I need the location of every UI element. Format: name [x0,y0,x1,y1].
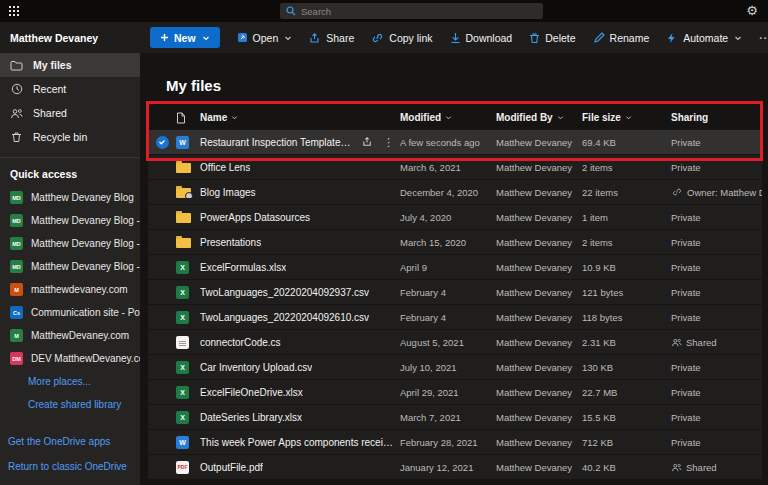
table-row[interactable]: ExcelFileOneDrive.xlsx ⋮ April 29, 2021 … [148,380,762,404]
create-shared-library-link[interactable]: Create shared library [0,393,140,416]
file-name[interactable]: DateSeries Library.xlsx [200,412,302,423]
file-type-column-icon[interactable] [176,112,200,124]
quick-access-item[interactable]: DM DEV MatthewDevaney.com [0,347,140,370]
quick-access-item[interactable]: Cs Communication site - Po... [0,301,140,324]
modified-by: Matthew Devaney [496,437,582,448]
file-name[interactable]: TwoLanguages_20220204092937.csv [200,287,369,298]
open-button[interactable]: Open [237,32,293,44]
file-name[interactable]: ExcelFileOneDrive.xlsx [200,387,303,398]
sidebar-item-recent[interactable]: Recent [0,77,140,101]
sharing-status[interactable]: Private [671,137,762,148]
quick-access-item[interactable]: M MatthewDevaney.com [0,324,140,347]
quick-access-label: matthewdevaney.com [31,284,128,295]
share-button[interactable]: Share [309,32,354,44]
sharing-status[interactable]: Private [671,262,762,273]
table-row[interactable]: connectorCode.cs ⋮ August 5, 2021 Matthe… [148,330,762,354]
search-input[interactable] [301,6,537,17]
table-row[interactable]: Restaurant Inspection Template.docx ⋮ A … [148,130,762,154]
table-row[interactable]: Car Inventory Upload.csv ⋮ July 10, 2021… [148,355,762,379]
modified-by: Matthew Devaney [496,462,582,473]
plus-icon [160,32,169,44]
table-row[interactable]: OutputFile.pdf ⋮ January 12, 2021 Matthe… [148,455,762,479]
new-button[interactable]: New [150,27,220,48]
file-name[interactable]: TwoLanguages_20220204092610.csv [200,312,369,323]
quick-access-item[interactable]: MD Matthew Devaney Blog - ... [0,232,140,255]
table-row[interactable]: DateSeries Library.xlsx ⋮ March 7, 2021 … [148,405,762,429]
row-selected-checkbox[interactable] [156,136,169,149]
column-header-sharing[interactable]: Sharing [671,112,762,123]
sidebar-item-shared[interactable]: Shared [0,101,140,125]
return-classic-link[interactable]: Return to classic OneDrive [8,454,127,479]
sharing-status[interactable]: Private [671,212,762,223]
sharing-status[interactable]: Private [671,437,762,448]
table-row[interactable]: Office Lens ⋮ March 6, 2021 Matthew Deva… [148,155,762,179]
column-header-file-size[interactable]: File size [582,112,671,123]
file-type-icon [176,411,189,424]
table-row[interactable]: TwoLanguages_20220204092610.csv ⋮ Februa… [148,305,762,329]
sharing-status[interactable]: Private [671,362,762,373]
site-tile-icon: MD [10,214,23,227]
table-row[interactable]: PowerApps Datasources ⋮ July 4, 2020 Mat… [148,205,762,229]
modified-by: Matthew Devaney [496,137,582,148]
file-size: 22.7 MB [582,387,671,398]
file-name[interactable]: Car Inventory Upload.csv [200,362,312,373]
more-places-link[interactable]: More places... [0,370,140,393]
file-name[interactable]: Office Lens [200,162,250,173]
sidebar-item-recycle-bin[interactable]: Recycle bin [0,125,140,149]
quick-access-item[interactable]: MD Matthew Devaney Blog - ... [0,255,140,278]
copy-link-button[interactable]: Copy link [371,32,432,44]
column-header-modified-by[interactable]: Modified By [496,112,582,123]
sharing-status[interactable]: Owner: Matthew Devan... [671,187,762,198]
file-type-icon [176,386,189,399]
table-row[interactable]: ExcelFormulas.xlsx ⋮ April 9 Matthew Dev… [148,255,762,279]
download-button[interactable]: Download [450,32,513,44]
column-header-modified[interactable]: Modified [400,112,496,123]
row-more-options-icon[interactable]: ⋮ [383,136,394,149]
quick-access-label: Matthew Devaney Blog [31,192,134,203]
shared-people-icon [671,463,682,472]
file-name[interactable]: This week Power Apps components received… [200,437,394,448]
get-onedrive-apps-link[interactable]: Get the OneDrive apps [8,429,127,454]
quick-access-item[interactable]: MD Matthew Devaney Blog - ... [0,209,140,232]
sharing-status[interactable]: Private [671,387,762,398]
file-name[interactable]: OutputFile.pdf [200,462,263,473]
quick-access-item[interactable]: M matthewdevaney.com [0,278,140,301]
file-name[interactable]: PowerApps Datasources [200,212,310,223]
rename-icon [593,32,605,44]
sidebar-item-my-files[interactable]: My files [0,53,140,77]
table-row[interactable]: Blog Images ⋮ December 4, 2020 Matthew D… [148,180,762,204]
delete-button[interactable]: Delete [529,32,575,44]
file-type-icon [176,261,189,274]
sharing-status[interactable]: Shared [671,462,762,473]
shared-people-icon [671,338,682,347]
waffle-app-launcher-icon[interactable] [9,6,19,16]
gear-icon[interactable]: ⚙ [746,1,758,21]
quick-access-item[interactable]: MD Matthew Devaney Blog [0,186,140,209]
sharing-status[interactable]: Private [671,412,762,423]
file-name[interactable]: Presentations [200,237,261,248]
file-name[interactable]: Blog Images [200,187,256,198]
row-share-icon[interactable] [362,136,373,149]
search-box[interactable] [280,3,543,19]
table-row[interactable]: This week Power Apps components received… [148,430,762,454]
file-name[interactable]: ExcelFormulas.xlsx [200,262,286,273]
chevron-down-icon [284,34,292,42]
sharing-status[interactable]: Private [671,237,762,248]
column-header-name[interactable]: Name [200,112,400,123]
file-type-icon [176,461,189,474]
sidebar-item-label: Recycle bin [33,131,87,143]
file-size: 22 items [582,187,671,198]
file-size: 130 KB [582,362,671,373]
automate-button[interactable]: Automate [666,32,742,44]
sharing-status[interactable]: Private [671,312,762,323]
sharing-status[interactable]: Shared [671,337,762,348]
modified-date: February 28, 2021 [400,437,496,448]
file-name[interactable]: Restaurant Inspection Template.docx [200,137,353,148]
more-options-icon[interactable]: ··· [759,32,768,44]
sharing-status[interactable]: Private [671,287,762,298]
table-row[interactable]: TwoLanguages_20220204092937.csv ⋮ Februa… [148,280,762,304]
rename-button[interactable]: Rename [593,32,650,44]
file-name[interactable]: connectorCode.cs [200,337,281,348]
sharing-status[interactable]: Private [671,162,762,173]
table-row[interactable]: Presentations ⋮ March 15, 2020 Matthew D… [148,230,762,254]
